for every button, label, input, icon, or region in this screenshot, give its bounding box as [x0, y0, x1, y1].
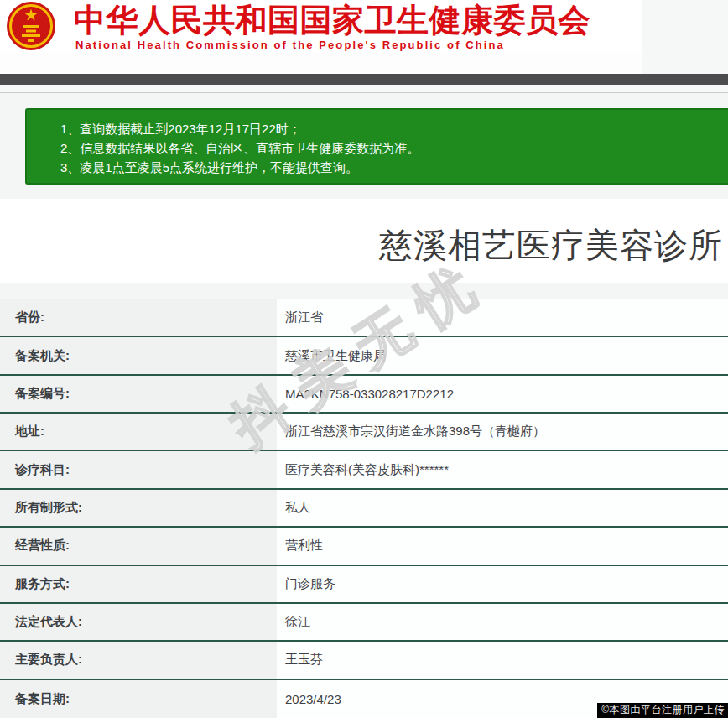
- table-row-departments: 诊疗科目: 医疗美容科(美容皮肤科)******: [0, 451, 728, 489]
- row-label: 省份:: [0, 299, 277, 336]
- notice-box: 1、查询数据截止到2023年12月17日22时； 2、信息数据结果以各省、自治区…: [25, 108, 728, 185]
- table-row-address: 地址: 浙江省慈溪市宗汉街道金水路398号（青樾府）: [0, 414, 728, 451]
- table-row-province: 省份: 浙江省: [0, 299, 728, 337]
- site-title-chinese: 中华人民共和国国家卫生健康委员会: [74, 2, 644, 39]
- row-label: 经营性质:: [0, 528, 277, 564]
- row-label: 备案日期:: [0, 680, 277, 718]
- table-row-filing-authority: 备案机关: 慈溪市卫生健康局: [0, 337, 728, 375]
- banner-lower-white: [0, 53, 642, 74]
- table-row-ownership: 所有制形式: 私人: [0, 490, 728, 528]
- row-value: 浙江省慈溪市宗汉街道金水路398号（青樾府）: [277, 414, 728, 450]
- site-title-english: National Health Commission of the People…: [75, 39, 646, 51]
- row-value: 王玉芬: [277, 642, 728, 678]
- row-value: 营利性: [277, 528, 728, 564]
- header-divider: [0, 92, 728, 93]
- row-label: 所有制形式:: [0, 490, 277, 526]
- title-band: 慈溪相艺医疗美容诊所: [0, 199, 728, 283]
- row-value: 慈溪市卫生健康局: [277, 337, 728, 373]
- table-row-filing-number: 备案编号: MA2KN758-033028217D2212: [0, 376, 728, 414]
- row-label: 法定代表人:: [0, 604, 277, 640]
- row-value: 医疗美容科(美容皮肤科)******: [277, 451, 728, 487]
- row-label: 备案机关:: [0, 337, 277, 373]
- image-credit-badge: ©本图由平台注册用户上传: [597, 703, 728, 718]
- row-label: 主要负责人:: [0, 642, 277, 678]
- detail-table: 省份: 浙江省 备案机关: 慈溪市卫生健康局 备案编号: MA2KN758-03…: [0, 299, 728, 718]
- row-value: 浙江省: [277, 299, 728, 336]
- row-value: 私人: [277, 490, 728, 526]
- clinic-name-title: 慈溪相艺医疗美容诊所: [379, 222, 723, 268]
- row-label: 诊疗科目:: [0, 451, 277, 487]
- row-label: 地址:: [0, 414, 277, 450]
- notice-line-3: 3、凌晨1点至凌晨5点系统进行维护，不能提供查询。: [60, 158, 728, 177]
- top-nav-bar: [0, 74, 728, 85]
- notice-line-2: 2、信息数据结果以各省、自治区、直辖市卫生健康委数据为准。: [60, 138, 728, 158]
- table-row-legal-representative: 法定代表人: 徐江: [0, 604, 728, 642]
- row-label: 备案编号:: [0, 376, 277, 412]
- row-label: 服务方式:: [0, 566, 277, 602]
- site-header-banner[interactable]: 中华人民共和国国家卫生健康委员会 National Health Commiss…: [0, 0, 642, 53]
- table-row-business-nature: 经营性质: 营利性: [0, 528, 728, 565]
- row-value: 门诊服务: [277, 566, 728, 602]
- national-emblem-icon: [6, 1, 56, 51]
- table-row-service-mode: 服务方式: 门诊服务: [0, 566, 728, 604]
- row-value: MA2KN758-033028217D2212: [277, 376, 728, 412]
- notice-line-1: 1、查询数据截止到2023年12月17日22时；: [60, 119, 728, 138]
- table-row-principal: 主要负责人: 王玉芬: [0, 642, 728, 679]
- nhc-query-result-page: 中华人民共和国国家卫生健康委员会 National Health Commiss…: [0, 0, 728, 718]
- row-value: 徐江: [277, 604, 728, 640]
